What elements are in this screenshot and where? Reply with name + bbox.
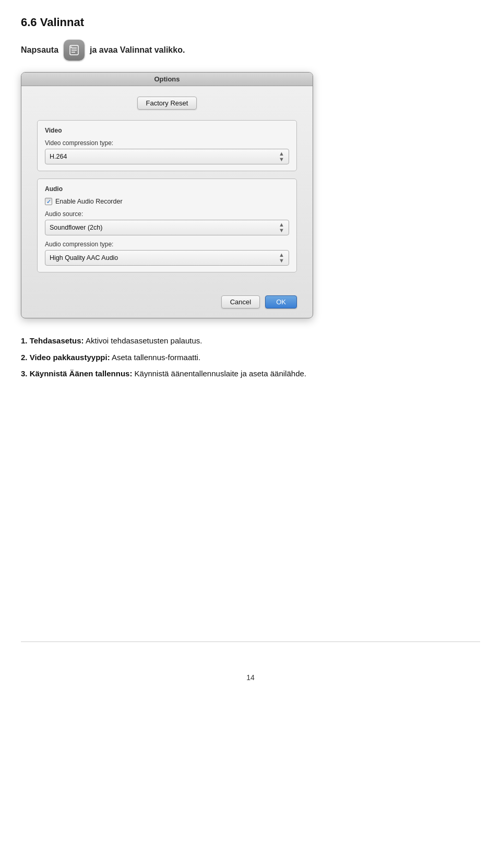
item2-normal: Aseta tallennus-formaatti. [112, 353, 200, 362]
audio-compression-select[interactable]: High Quality AAC Audio ▲▼ [45, 250, 289, 266]
intro-line: Napsauta ja avaa Valinnat valikko. [21, 40, 480, 61]
dialog-title: Options [154, 75, 180, 83]
item2-number: 2. [21, 353, 30, 362]
options-dialog: Options Factory Reset Video Video compre… [21, 72, 313, 318]
item2-bold: Video pakkaustyyppi: [30, 353, 110, 362]
audio-section-group: Audio ✓ Enable Audio Recorder Audio sour… [37, 179, 297, 272]
dialog-titlebar: Options [21, 73, 313, 86]
item3-number: 3. [21, 369, 30, 378]
page-number: 14 [21, 673, 480, 682]
audio-compression-label: Audio compression type: [45, 241, 289, 248]
item1-normal: Aktivoi tehdasasetusten palautus. [86, 336, 202, 345]
enable-audio-checkbox-row[interactable]: ✓ Enable Audio Recorder [45, 198, 289, 205]
video-compression-select[interactable]: H.264 ▲▼ [45, 149, 289, 164]
settings-icon [64, 40, 85, 61]
item1-number: 1. [21, 336, 30, 345]
item1-bold: Tehdasasetus: [30, 336, 84, 345]
video-compression-label: Video compression type: [45, 139, 289, 147]
body-text-section: 1. Tehdasasetus: Aktivoi tehdasasetusten… [21, 334, 480, 381]
factory-reset-button[interactable]: Factory Reset [137, 97, 197, 110]
audio-source-value: Soundflower (2ch) [50, 224, 102, 231]
audio-source-arrow-icon: ▲▼ [279, 222, 284, 233]
dialog-wrapper: Options Factory Reset Video Video compre… [21, 72, 480, 318]
item3-bold: Käynnistä Äänen tallennus: [30, 369, 133, 378]
cancel-button[interactable]: Cancel [221, 295, 260, 308]
audio-source-label: Audio source: [45, 210, 289, 218]
section-title: 6.6 Valinnat [21, 16, 480, 29]
dialog-footer: Cancel OK [21, 290, 313, 318]
body-item-2: 2. Video pakkaustyyppi: Aseta tallennus-… [21, 351, 480, 364]
enable-audio-label: Enable Audio Recorder [55, 198, 123, 205]
video-section-group: Video Video compression type: H.264 ▲▼ [37, 120, 297, 171]
page-divider [21, 641, 480, 642]
ok-button[interactable]: OK [265, 295, 297, 308]
audio-source-select[interactable]: Soundflower (2ch) ▲▼ [45, 220, 289, 235]
enable-audio-checkbox[interactable]: ✓ [45, 198, 52, 205]
body-item-1: 1. Tehdasasetus: Aktivoi tehdasasetusten… [21, 334, 480, 348]
body-item-3: 3. Käynnistä Äänen tallennus: Käynnistä … [21, 367, 480, 381]
item3-normal: Käynnistä äänentallennuslaite ja aseta ä… [135, 369, 306, 378]
video-group-label: Video [45, 127, 289, 134]
video-compression-value: H.264 [50, 153, 67, 160]
intro-post-text: ja avaa Valinnat valikko. [90, 45, 185, 55]
audio-compression-arrow-icon: ▲▼ [279, 252, 284, 264]
intro-pre-text: Napsauta [21, 45, 58, 55]
svg-rect-4 [70, 46, 72, 48]
audio-group-label: Audio [45, 185, 289, 193]
dialog-body: Factory Reset Video Video compression ty… [21, 86, 313, 290]
factory-reset-row: Factory Reset [37, 97, 297, 110]
select-arrow-icon: ▲▼ [279, 151, 284, 162]
audio-compression-value: High Quality AAC Audio [50, 254, 118, 261]
